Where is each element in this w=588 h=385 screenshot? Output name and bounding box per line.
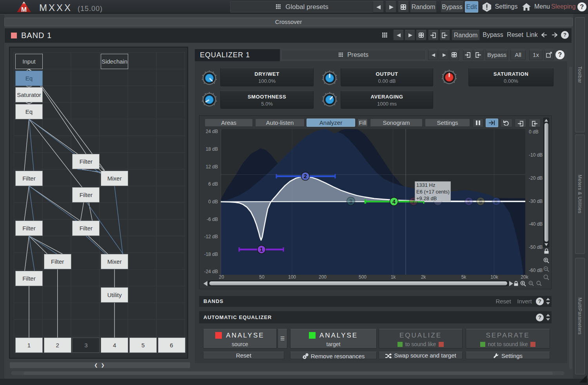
- svg-text:M: M: [21, 6, 27, 13]
- svg-text:8: 8: [495, 198, 498, 204]
- svg-text:2: 2: [304, 173, 307, 179]
- svg-text:3: 3: [349, 198, 352, 204]
- svg-text:5: 5: [467, 198, 470, 204]
- svg-text:1: 1: [260, 246, 263, 253]
- svg-text:6: 6: [479, 198, 482, 204]
- svg-text:4: 4: [392, 199, 396, 205]
